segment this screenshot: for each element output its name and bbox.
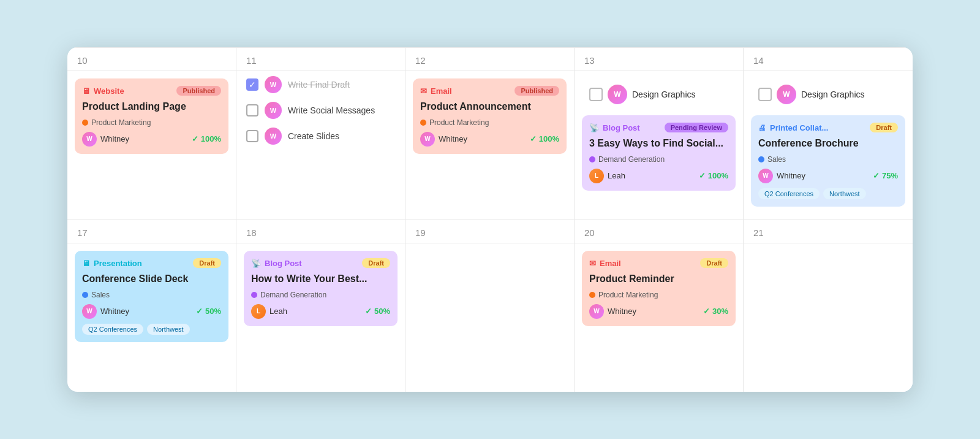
day-content-18: 📡 Blog Post Draft How to Write Your Best…: [236, 243, 405, 334]
unassigned-checkbox-14[interactable]: [758, 88, 772, 101]
checklist-item-2[interactable]: W Write Social Messages: [246, 102, 395, 119]
calendar-container: 10 🖥 Website Published Product Landing P…: [67, 47, 913, 392]
chip-q2-17[interactable]: Q2 Conferences: [82, 324, 143, 335]
checkbox-2[interactable]: [246, 104, 258, 116]
unassigned-header-13: W Design Graphics: [582, 78, 736, 109]
card-header-17: 🖥 Presentation Draft: [82, 258, 221, 268]
day-header-12: 12: [405, 48, 574, 71]
tag-dot-14: [758, 156, 764, 162]
card-header-20: ✉ Email Draft: [589, 258, 728, 268]
card-tag: Product Marketing: [82, 118, 221, 127]
day-content-12: ✉ Email Published Product Announcement P…: [405, 71, 574, 161]
card-email-12[interactable]: ✉ Email Published Product Announcement P…: [413, 78, 567, 154]
card-type-blog-18: 📡 Blog Post: [251, 259, 302, 268]
checklist-text-2: Write Social Messages: [288, 105, 375, 115]
tag-dot-17: [82, 292, 88, 298]
checklist-item-3[interactable]: W Create Slides: [246, 128, 395, 145]
card-title: Product Landing Page: [82, 101, 221, 113]
checklist-text-3: Create Slides: [288, 131, 339, 141]
card-user-17: W Whitney: [82, 304, 129, 319]
day-content-11: ✓ W Write Final Draft W Write Social Mes…: [236, 71, 405, 150]
card-percent-14: 75%: [873, 171, 898, 180]
chip-northwest-14[interactable]: Northwest: [823, 188, 866, 199]
type-text-17: Presentation: [94, 259, 142, 268]
card-header-13: 📡 Blog Post Pending Review: [589, 123, 728, 132]
card-title-14: Conference Brochure: [758, 137, 898, 150]
card-type-printed: 🖨 Printed Collat...: [758, 123, 828, 132]
day-content-20: ✉ Email Draft Product Reminder Product M…: [575, 243, 743, 334]
day-col-12: 12 ✉ Email Published Product Announcemen…: [405, 48, 575, 220]
tag-chips-17: Q2 Conferences Northwest: [82, 324, 221, 335]
card-presentation-17[interactable]: 🖥 Presentation Draft Conference Slide De…: [75, 251, 228, 342]
day-col-11: 11 ✓ W Write Final Draft W Write Social …: [236, 48, 405, 220]
checklist-avatar-2: W: [265, 102, 282, 119]
checklist-avatar-1: W: [265, 76, 282, 93]
day-col-18: 18 📡 Blog Post Draft How to Write Your B…: [236, 220, 405, 392]
avatar-18: L: [251, 304, 266, 319]
card-footer-14: W Whitney 75%: [758, 169, 898, 183]
day-col-19: 19: [405, 220, 575, 392]
type-text-12: Email: [431, 86, 452, 96]
avatar-12: W: [420, 132, 435, 147]
card-tag-12: Product Marketing: [420, 118, 559, 127]
checklist-text-1: Write Final Draft: [288, 80, 350, 90]
tag-dot-20: [589, 292, 595, 298]
card-printed-14[interactable]: 🖨 Printed Collat... Draft Conference Bro…: [751, 115, 905, 207]
card-type-presentation: 🖥 Presentation: [82, 259, 142, 268]
week1-grid: 10 🖥 Website Published Product Landing P…: [67, 47, 913, 220]
published-badge: Published: [176, 86, 221, 96]
email-icon-20: ✉: [589, 259, 596, 268]
card-footer: W Whitney 100%: [82, 132, 221, 147]
checklist-item-1[interactable]: ✓ W Write Final Draft: [246, 76, 395, 93]
avatar-header-13: W: [608, 85, 627, 104]
card-percent-18: 50%: [365, 307, 390, 316]
blog-icon-13: 📡: [589, 123, 599, 132]
avatar-20: W: [589, 304, 604, 319]
draft-badge-18: Draft: [362, 258, 390, 268]
chip-northwest-17[interactable]: Northwest: [147, 324, 190, 335]
card-blog-13[interactable]: 📡 Blog Post Pending Review 3 Easy Ways t…: [582, 115, 736, 191]
card-footer-13: L Leah 100%: [589, 169, 728, 183]
card-title-18: How to Write Your Best...: [251, 273, 390, 286]
email-icon: ✉: [420, 86, 427, 96]
tag-dot-13: [589, 156, 595, 162]
checkbox-1[interactable]: ✓: [246, 78, 258, 91]
type-text-20: Email: [600, 259, 621, 268]
day-col-17: 17 🖥 Presentation Draft Conference Slide…: [67, 220, 236, 392]
card-user-13: L Leah: [589, 169, 625, 183]
card-type-blog: 📡 Blog Post: [589, 123, 640, 132]
card-type-email-20: ✉ Email: [589, 259, 621, 268]
pending-badge-13: Pending Review: [665, 123, 728, 132]
card-percent: 100%: [192, 134, 221, 143]
card-user-12: W Whitney: [420, 132, 467, 147]
card-title-20: Product Reminder: [589, 273, 728, 286]
card-title-17: Conference Slide Deck: [82, 273, 221, 286]
card-footer-18: L Leah 50%: [251, 304, 390, 319]
printed-icon-14: 🖨: [758, 123, 766, 132]
card-blog-18[interactable]: 📡 Blog Post Draft How to Write Your Best…: [244, 251, 398, 326]
day-col-20: 20 ✉ Email Draft Product Reminder Produc…: [575, 220, 744, 392]
unassigned-checkbox-13[interactable]: [589, 88, 603, 101]
draft-badge-20: Draft: [700, 258, 728, 268]
tag-dot: [82, 120, 88, 126]
day-header-11: 11: [236, 48, 405, 71]
draft-badge-17: Draft: [193, 258, 221, 268]
card-header-14: 🖨 Printed Collat... Draft: [758, 123, 898, 132]
day-col-14: 14 W Design Graphics 🖨 Printed Collat...…: [744, 48, 913, 220]
day-col-13: 13 W Design Graphics 📡 Blog Post Pending…: [575, 48, 744, 220]
day-content-14: W Design Graphics 🖨 Printed Collat... Dr…: [744, 71, 913, 214]
day-col-21: 21: [744, 220, 913, 392]
card-user-20: W Whitney: [589, 304, 636, 319]
card-website[interactable]: 🖥 Website Published Product Landing Page…: [75, 78, 228, 154]
card-percent-12: 100%: [530, 134, 559, 143]
card-header-12: ✉ Email Published: [420, 86, 559, 96]
checkbox-3[interactable]: [246, 130, 258, 142]
card-tag-13: Demand Generation: [589, 155, 728, 164]
avatar-header-14: W: [777, 85, 796, 104]
card-user-18: L Leah: [251, 304, 287, 319]
card-email-20[interactable]: ✉ Email Draft Product Reminder Product M…: [582, 251, 736, 326]
chip-q2-14[interactable]: Q2 Conferences: [758, 188, 820, 199]
card-footer-12: W Whitney 100%: [420, 132, 559, 147]
day-header-19: 19: [405, 220, 574, 243]
day-header-18: 18: [236, 220, 405, 243]
